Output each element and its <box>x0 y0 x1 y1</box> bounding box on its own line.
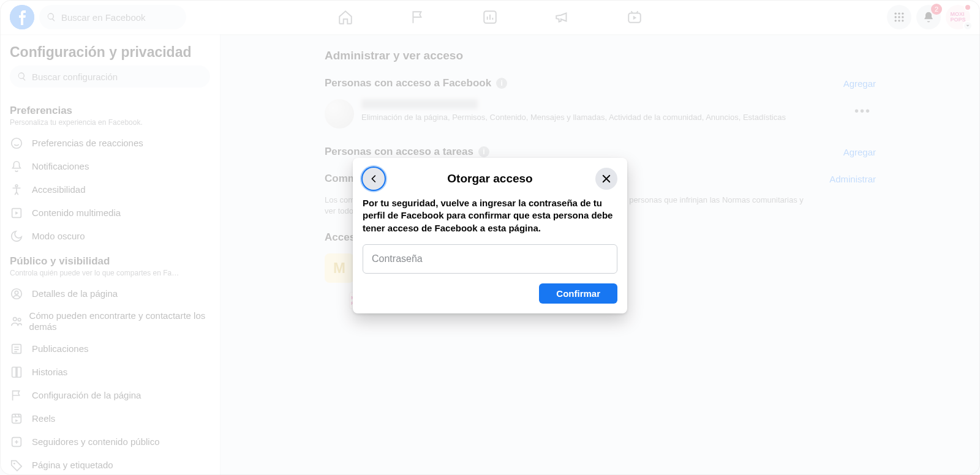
modal-title: Otorgar acceso <box>447 172 532 185</box>
modal-body-text: Por tu seguridad, vuelve a ingresar la c… <box>363 197 617 234</box>
arrow-left-icon <box>368 173 379 184</box>
close-icon <box>601 173 612 184</box>
grant-access-modal: Otorgar acceso Por tu seguridad, vuelve … <box>353 158 627 313</box>
confirm-button[interactable]: Confirmar <box>539 283 617 304</box>
password-input[interactable] <box>363 244 617 274</box>
modal-close-button[interactable] <box>595 168 617 190</box>
modal-back-button[interactable] <box>363 168 385 190</box>
